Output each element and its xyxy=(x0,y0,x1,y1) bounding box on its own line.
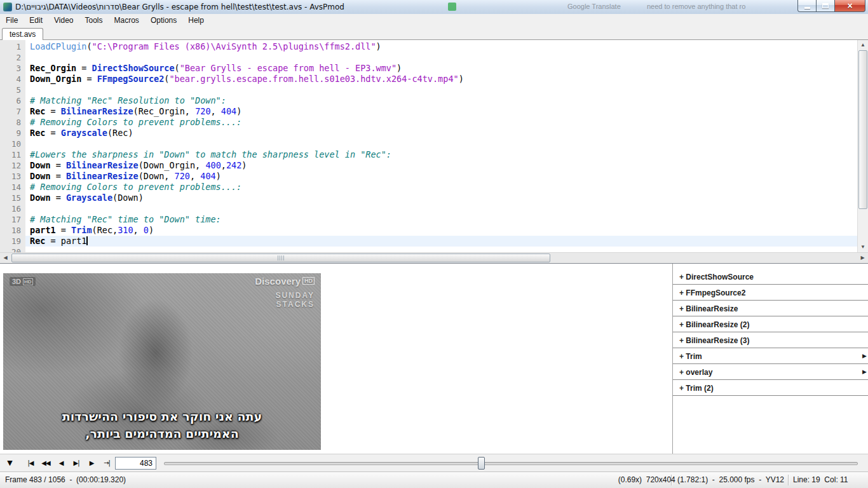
menu-item-file[interactable]: File xyxy=(0,14,24,27)
menu-item-help[interactable]: Help xyxy=(182,14,210,27)
first-frame-button[interactable]: |◀ xyxy=(24,456,37,470)
line-number: 7 xyxy=(0,106,25,117)
filter-panel: + DirectShowSource+ FFmpegSource2+ Bilin… xyxy=(673,264,868,454)
maximize-button[interactable] xyxy=(817,0,835,12)
scroll-right-arrow-icon[interactable]: ▶ xyxy=(857,253,868,263)
status-separator-2 xyxy=(788,475,789,485)
code-line-5[interactable] xyxy=(25,85,857,95)
slider-track xyxy=(164,462,858,465)
code-line-15[interactable]: Down = Grayscale(Down) xyxy=(25,193,857,203)
editor-horizontal-scrollbar[interactable]: ◀ ▶ xyxy=(0,252,868,263)
script-editor[interactable]: 1234567891011121314151617181920 LoadCPlu… xyxy=(0,40,868,252)
filter-item-2[interactable]: + FFmpegSource2 xyxy=(673,285,868,301)
code-line-2[interactable] xyxy=(25,52,857,63)
code-line-3[interactable]: Rec_Orgin = DirectShowSource("Bear Gryll… xyxy=(25,63,857,74)
expand-arrow-icon[interactable]: ▶ xyxy=(862,364,867,379)
expand-arrow-icon[interactable]: ▶ xyxy=(862,348,867,363)
menu-item-options[interactable]: Options xyxy=(145,14,182,27)
tab-test-avs[interactable]: test.avs xyxy=(2,28,43,41)
cursor-position-status: Line: 19 Col: 11 xyxy=(793,472,848,488)
line-number: 8 xyxy=(0,117,25,128)
code-line-9[interactable]: Rec = Grayscale(Rec) xyxy=(25,128,857,139)
code-line-8[interactable]: # Removing Colors to prevent problems...… xyxy=(25,117,857,128)
editor-vertical-scrollbar[interactable]: ▲ ▼ xyxy=(857,40,868,252)
vertical-scroll-thumb[interactable] xyxy=(858,50,867,209)
menu-item-video[interactable]: Video xyxy=(48,14,79,27)
line-number: 1 xyxy=(0,41,25,52)
code-line-11[interactable]: #Lowers the sharpness in "Down" to match… xyxy=(25,149,857,160)
frame-status: Frame 483 / 1056 - (00:00:19.320) xyxy=(5,472,126,488)
play-button[interactable]: ▶ xyxy=(85,456,98,470)
menu-item-edit[interactable]: Edit xyxy=(24,14,48,27)
filter-label: + Trim xyxy=(673,352,702,361)
filter-label: + BilinearResize xyxy=(673,304,738,313)
code-line-10[interactable] xyxy=(25,139,857,149)
3d-logo-text: 3D xyxy=(12,278,21,285)
filter-item-6[interactable]: + Trim▶ xyxy=(673,348,868,364)
code-line-18[interactable]: part1 = Trim(Rec,310, 0) xyxy=(25,225,857,236)
code-area[interactable]: LoadCPlugin("C:\Program Files (x86)\AviS… xyxy=(25,40,857,252)
title-bar[interactable]: D:\גיבויים\DATA\Videos\סדרות\Bear Grylls… xyxy=(0,0,868,15)
line-number: 17 xyxy=(0,214,25,225)
subtitle-line-2: האמיתיים המדהימים ביותר, xyxy=(3,425,321,442)
slider-thumb[interactable] xyxy=(478,457,485,470)
scroll-down-arrow-icon[interactable]: ▼ xyxy=(858,242,868,252)
3d-hd-logo: 3DHD xyxy=(10,277,36,286)
menu-item-tools[interactable]: Tools xyxy=(79,14,109,27)
filter-item-1[interactable]: + DirectShowSource xyxy=(673,269,868,285)
stacks-text: STACKS xyxy=(255,300,315,309)
filter-item-7[interactable]: + overlay▶ xyxy=(673,364,868,380)
code-line-1[interactable]: LoadCPlugin("C:\Program Files (x86)\AviS… xyxy=(25,41,857,52)
subtitle-line-1: עתה אני חוקר את סיפורי ההישרדות xyxy=(3,408,321,425)
video-preview[interactable]: 3DHD DiscoveryHD SUNDAY STACKS עתה אני ח… xyxy=(3,273,321,450)
horizontal-scroll-thumb[interactable] xyxy=(11,254,550,262)
menu-item-macros[interactable]: Macros xyxy=(109,14,145,27)
code-line-14[interactable]: # Removing Colors to prevent problems...… xyxy=(25,182,857,193)
code-line-7[interactable]: Rec = BilinearResize(Rec_Orgin, 720, 404… xyxy=(25,106,857,117)
code-line-13[interactable]: Down = BilinearResize(Down, 720, 404) xyxy=(25,171,857,182)
minimize-button[interactable] xyxy=(797,0,817,12)
code-line-20[interactable] xyxy=(25,247,857,252)
scroll-up-arrow-icon[interactable]: ▲ xyxy=(858,40,868,50)
maximize-icon xyxy=(822,3,829,8)
prev-frame-button[interactable]: ◀ xyxy=(54,456,68,470)
filter-label: + FFmpegSource2 xyxy=(673,288,745,297)
scroll-left-arrow-icon[interactable]: ◀ xyxy=(0,253,11,263)
fast-backward-button[interactable]: ◀◀ xyxy=(39,456,53,470)
filter-item-8[interactable]: + Trim (2) xyxy=(673,380,868,396)
filter-label: + overlay xyxy=(673,368,712,377)
video-controls: ▼|◀◀◀◀▶|▶→| xyxy=(3,456,114,470)
next-frame-button[interactable]: ▶| xyxy=(69,456,83,470)
code-line-17[interactable]: # Matching "Rec" time to "Down" time: xyxy=(25,214,857,225)
line-number: 5 xyxy=(0,85,25,95)
close-icon: × xyxy=(847,1,852,11)
menu-bar: FileEditVideoToolsMacrosOptionsHelp xyxy=(0,14,868,27)
line-number: 20 xyxy=(0,247,25,252)
line-number: 6 xyxy=(0,95,25,106)
line-number: 2 xyxy=(0,52,25,63)
seek-slider[interactable] xyxy=(164,457,858,470)
code-line-16[interactable] xyxy=(25,203,857,214)
frame-input[interactable] xyxy=(115,457,156,470)
sunday-text: SUNDAY xyxy=(255,291,315,300)
filter-item-5[interactable]: + BilinearResize (3) xyxy=(673,332,868,348)
filter-item-3[interactable]: + BilinearResize xyxy=(673,301,868,316)
discovery-hd-logo: DiscoveryHD SUNDAY STACKS xyxy=(255,276,315,309)
line-number: 10 xyxy=(0,139,25,149)
code-line-6[interactable]: # Matching "Rec" Resolution to "Down": xyxy=(25,95,857,106)
ghost-browser-tab-text-2: need to remove anything that ro xyxy=(647,3,745,10)
discovery-logo-text: Discovery xyxy=(255,276,301,287)
filter-item-4[interactable]: + BilinearResize (2) xyxy=(673,316,868,332)
code-line-4[interactable]: Down_Orgin = FFmpegSource2("bear.grylls.… xyxy=(25,74,857,85)
text-caret xyxy=(86,236,88,245)
toggle-video-preview-button[interactable]: ▼ xyxy=(3,456,17,470)
goto-last-frame-button[interactable]: →| xyxy=(100,456,114,470)
filter-label: + Trim (2) xyxy=(673,384,714,393)
hebrew-subtitles: עתה אני חוקר את סיפורי ההישרדות האמיתיים… xyxy=(3,408,321,442)
control-bar: ▼|◀◀◀◀▶|▶→| xyxy=(0,454,868,471)
window-title: D:\גיבויים\DATA\Videos\סדרות\Bear Grylls… xyxy=(15,0,344,14)
code-line-12[interactable]: Down = BilinearResize(Down_Orgin, 400,24… xyxy=(25,160,857,171)
preview-pane: 3DHD DiscoveryHD SUNDAY STACKS עתה אני ח… xyxy=(0,263,868,454)
close-button[interactable]: × xyxy=(835,0,865,12)
code-line-19[interactable]: Rec = part1 xyxy=(25,236,857,247)
